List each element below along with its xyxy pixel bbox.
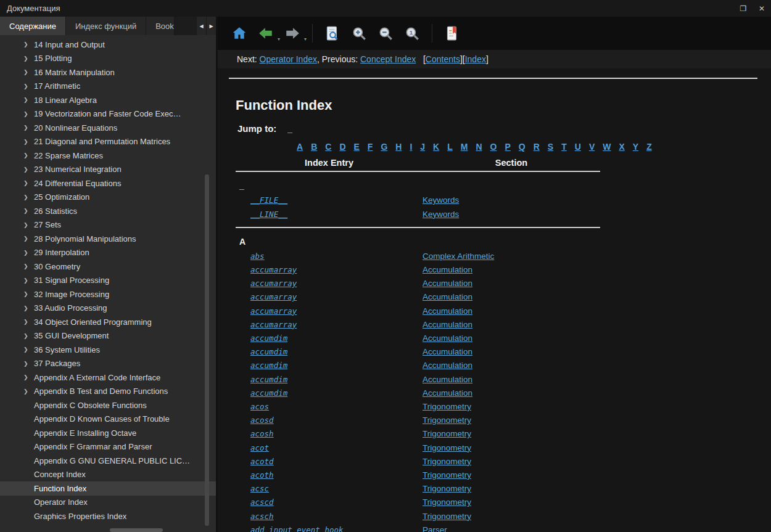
zoom-original-button[interactable]: 1 — [403, 24, 421, 43]
index-entry-link[interactable]: acsc — [250, 484, 269, 493]
index-entry-link[interactable]: acotd — [250, 457, 274, 466]
chevron-right-icon[interactable]: ❯ — [23, 388, 34, 395]
tree-item[interactable]: ❯20 Nonlinear Equations — [0, 121, 216, 135]
dropdown-arrow-icon[interactable]: ▾ — [304, 36, 307, 42]
chevron-right-icon[interactable]: ❯ — [23, 291, 34, 297]
nav-link-contents[interactable]: Contents — [426, 54, 460, 64]
tree-item[interactable]: ❯Appendix D Known Causes of Trouble — [0, 412, 216, 427]
jump-link-v[interactable]: V — [589, 141, 595, 153]
index-section-link[interactable]: Accumulation — [423, 375, 472, 384]
jump-link-l[interactable]: L — [447, 141, 453, 153]
index-section-link[interactable]: Accumulation — [423, 361, 472, 370]
jump-link-c[interactable]: C — [325, 141, 331, 153]
index-section-link[interactable]: Accumulation — [423, 334, 472, 343]
find-in-doc-button[interactable] — [323, 24, 342, 43]
tree-item[interactable]: ❯34 Object Oriented Programming — [0, 315, 216, 329]
chevron-right-icon[interactable]: ❯ — [23, 208, 34, 214]
index-section-link[interactable]: Trigonometry — [423, 415, 471, 425]
index-entry-link[interactable]: acos — [250, 402, 269, 411]
tree-horizontal-scrollbar-handle[interactable] — [110, 528, 163, 532]
jump-link-n[interactable]: N — [476, 141, 482, 153]
tree-item[interactable]: ❯15 Plotting — [0, 52, 216, 66]
index-entry-link[interactable]: accumdim — [250, 375, 287, 384]
zoom-in-button[interactable] — [350, 24, 368, 43]
tree-item[interactable]: ❯Operator Index — [0, 496, 216, 510]
tree-item[interactable]: ❯Graphics Properties Index — [0, 509, 216, 523]
index-entry-link[interactable]: accumdim — [250, 334, 287, 343]
index-entry-link[interactable]: acosh — [250, 429, 274, 438]
index-entry-link[interactable]: accumdim — [250, 361, 287, 370]
chevron-right-icon[interactable]: ❯ — [23, 374, 34, 380]
tree-item[interactable]: ❯14 Input and Output — [0, 38, 216, 52]
index-section-link[interactable]: Trigonometry — [423, 470, 471, 480]
tree-vertical-scrollbar[interactable] — [205, 36, 209, 526]
tree-item[interactable]: ❯Appendix G GNU GENERAL PUBLIC LIC… — [0, 454, 216, 468]
index-section-link[interactable]: Trigonometry — [423, 484, 471, 493]
nav-link-index[interactable]: Index — [465, 54, 486, 64]
jump-link-s[interactable]: S — [548, 141, 553, 153]
index-section-link[interactable]: Trigonometry — [423, 457, 471, 466]
chevron-right-icon[interactable]: ❯ — [23, 194, 34, 200]
tree-item[interactable]: ❯Concept Index — [0, 468, 216, 482]
chevron-right-icon[interactable]: ❯ — [23, 69, 34, 75]
chevron-right-icon[interactable]: ❯ — [23, 83, 34, 89]
jump-link-i[interactable]: I — [410, 141, 412, 153]
jump-link-j[interactable]: J — [420, 141, 425, 153]
tab-scroll-left-button[interactable]: ◀ — [196, 17, 206, 35]
tree-horizontal-scrollbar[interactable] — [0, 528, 216, 532]
chevron-right-icon[interactable]: ❯ — [23, 166, 34, 173]
index-entry-link[interactable]: abs — [250, 252, 265, 261]
tree-item[interactable]: ❯26 Statistics — [0, 204, 216, 218]
chevron-right-icon[interactable]: ❯ — [23, 125, 34, 131]
index-section-link[interactable]: Complex Arithmetic — [423, 252, 494, 261]
zoom-out-button[interactable] — [376, 24, 395, 43]
index-section-link[interactable]: Accumulation — [423, 292, 472, 301]
index-entry-link[interactable]: accumarray — [250, 306, 297, 316]
tree-item[interactable]: ❯24 Differential Equations — [0, 176, 216, 190]
tree-item[interactable]: ❯23 Numerical Integration — [0, 163, 216, 177]
nav-link-operator-index[interactable]: Operator Index — [260, 54, 317, 64]
tree-item[interactable]: ❯19 Vectorization and Faster Code Exec… — [0, 107, 216, 121]
jump-link-e[interactable]: E — [354, 141, 360, 153]
tree-item[interactable]: ❯22 Sparse Matrices — [0, 149, 216, 163]
jump-link-underscore[interactable]: _ — [287, 124, 292, 134]
index-section-link[interactable]: Trigonometry — [423, 443, 471, 452]
title-bar[interactable]: Документация ❐ ✕ — [0, 0, 771, 17]
tree-item[interactable]: ❯Appendix C Obsolete Functions — [0, 398, 216, 412]
jump-link-g[interactable]: G — [381, 141, 387, 153]
index-entry-link[interactable]: accumdim — [250, 388, 287, 398]
tree-item[interactable]: ❯17 Arithmetic — [0, 80, 216, 94]
chevron-right-icon[interactable]: ❯ — [23, 235, 34, 242]
tree-item[interactable]: ❯35 GUI Development — [0, 329, 216, 343]
tree-item[interactable]: ❯25 Optimization — [0, 190, 216, 205]
index-entry-link[interactable]: accumarray — [250, 320, 297, 329]
tab-book[interactable]: Book — [146, 17, 175, 35]
index-section-link[interactable]: Accumulation — [423, 347, 472, 356]
index-section-link[interactable]: Accumulation — [423, 306, 472, 316]
index-section-link[interactable]: Parser — [423, 525, 447, 532]
chevron-right-icon[interactable]: ❯ — [23, 111, 34, 117]
index-section-link[interactable]: Trigonometry — [423, 497, 471, 507]
tree-item[interactable]: ❯27 Sets — [0, 218, 216, 232]
tree-item[interactable]: ❯29 Interpolation — [0, 246, 216, 260]
back-button[interactable]: ▾ — [257, 24, 275, 43]
chevron-right-icon[interactable]: ❯ — [23, 361, 34, 367]
jump-link-u[interactable]: U — [575, 141, 581, 153]
close-button[interactable]: ✕ — [752, 0, 771, 17]
jump-link-t[interactable]: T — [561, 141, 567, 153]
tree-item[interactable]: ❯28 Polynomial Manipulations — [0, 232, 216, 246]
index-section-link[interactable]: Accumulation — [423, 388, 472, 398]
jump-link-o[interactable]: O — [490, 141, 497, 153]
index-entry-link[interactable]: __LINE__ — [250, 210, 287, 219]
jump-link-q[interactable]: Q — [519, 141, 526, 153]
chevron-right-icon[interactable]: ❯ — [23, 305, 34, 311]
tree-item[interactable]: ❯16 Matrix Manipulation — [0, 65, 216, 80]
index-section-link[interactable]: Trigonometry — [423, 429, 471, 438]
tab-scroll-right-button[interactable]: ▶ — [206, 17, 216, 35]
jump-link-x[interactable]: X — [619, 141, 624, 153]
index-entry-link[interactable]: acscd — [250, 497, 274, 507]
jump-link-r[interactable]: R — [534, 141, 540, 153]
jump-link-f[interactable]: F — [368, 141, 373, 153]
index-section-link[interactable]: Accumulation — [423, 265, 472, 274]
index-entry-link[interactable]: accumdim — [250, 347, 287, 356]
